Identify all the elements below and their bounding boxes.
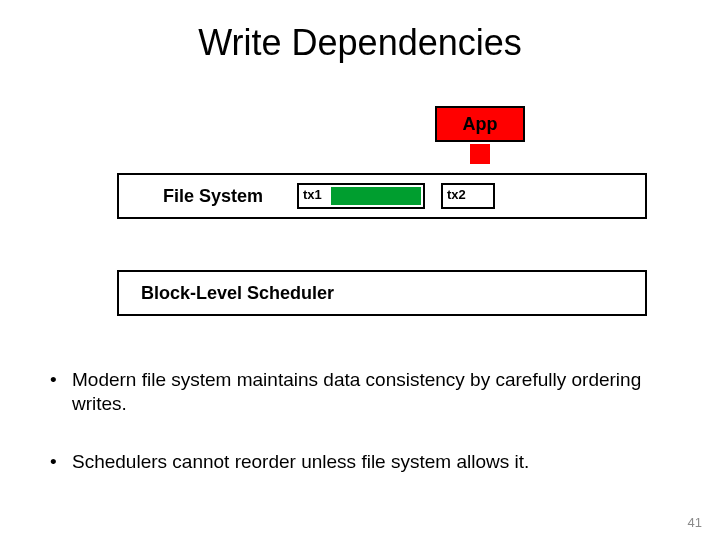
slide-title: Write Dependencies <box>0 22 720 64</box>
bullet-list: Modern file system maintains data consis… <box>50 368 670 507</box>
tx1-box: tx1 <box>297 183 425 209</box>
slide-number: 41 <box>688 515 702 530</box>
app-box: App <box>435 106 525 142</box>
app-label: App <box>463 114 498 135</box>
tx2-box: tx2 <box>441 183 495 209</box>
tx2-label: tx2 <box>447 187 466 202</box>
bullet-1: Modern file system maintains data consis… <box>50 368 670 416</box>
scheduler-label: Block-Level Scheduler <box>141 272 334 314</box>
file-system-label: File System <box>163 175 263 217</box>
scheduler-row: Block-Level Scheduler <box>117 270 647 316</box>
app-connector <box>470 144 490 164</box>
file-system-row: File System tx1 tx2 <box>117 173 647 219</box>
tx1-data-block <box>331 187 421 205</box>
bullet-2: Schedulers cannot reorder unless file sy… <box>50 450 670 474</box>
tx1-label: tx1 <box>303 187 322 202</box>
